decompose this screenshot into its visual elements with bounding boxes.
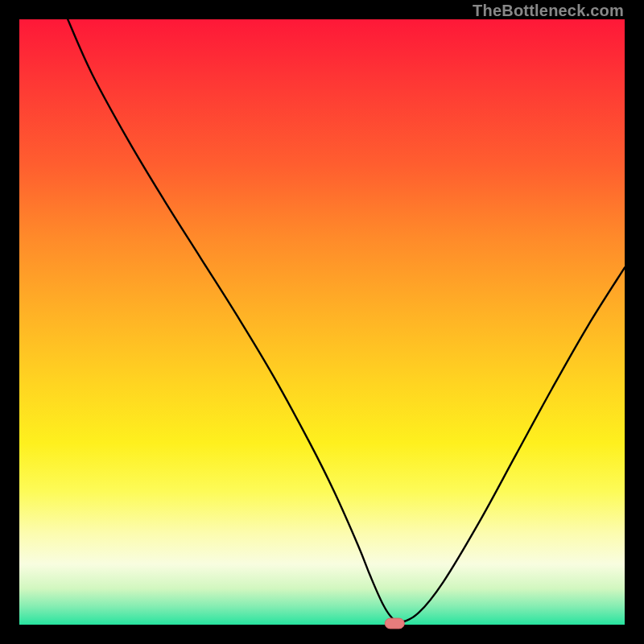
bottleneck-curve	[68, 19, 625, 622]
chart-overlay	[19, 19, 625, 625]
chart-frame: TheBottleneck.com	[0, 0, 644, 644]
optimal-point-marker	[385, 618, 404, 629]
attribution-text: TheBottleneck.com	[473, 2, 624, 20]
